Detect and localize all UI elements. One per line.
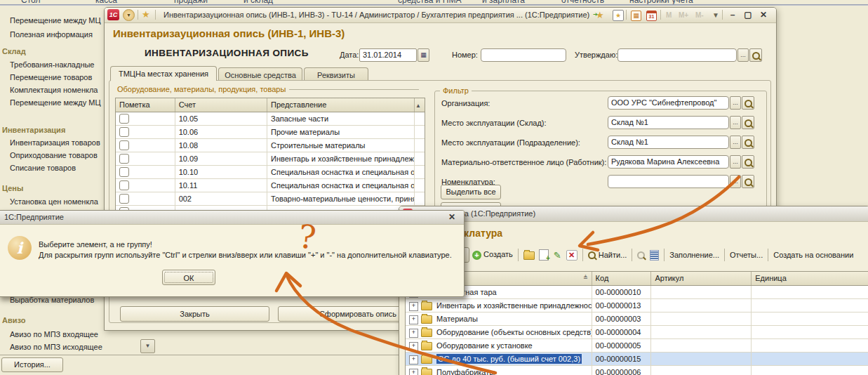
nomenclature-titlebar[interactable]: 1С Номенклатура (1С:Предприятие) [399, 206, 868, 222]
filter-search-button[interactable] [742, 96, 754, 110]
delete-icon[interactable]: ✕ [566, 250, 577, 261]
create-button[interactable]: +Создать [472, 250, 513, 260]
row-checkbox[interactable] [119, 180, 129, 190]
date-input[interactable]: 31.01.2014 [359, 48, 417, 62]
tab-fixed-assets[interactable]: Основные средства [218, 67, 302, 81]
sidebar-item[interactable]: Требования-накладные [10, 60, 95, 69]
add-favorite-icon[interactable]: ★ [596, 10, 604, 20]
create-based-on-button[interactable]: Создать на основании [773, 251, 853, 259]
expand-icon[interactable]: + [409, 342, 418, 351]
row-checkbox[interactable] [119, 140, 129, 150]
row-checkbox[interactable] [119, 154, 129, 164]
filter-ellipsis-button[interactable]: ... [730, 155, 741, 169]
expand-icon[interactable]: + [409, 315, 418, 324]
row-checkbox[interactable] [119, 114, 129, 124]
filter-ellipsis-button[interactable]: ... [730, 96, 741, 110]
list-item-selected[interactable]: +ОС до 40 тыс. руб. (бывший счет 002,3)0… [406, 353, 868, 366]
approver-ellipsis-button[interactable]: ... [737, 48, 749, 62]
list-item[interactable]: +Материалы00-00000003 [406, 312, 868, 326]
approver-search-button[interactable] [749, 48, 762, 62]
list-item[interactable]: +Оборудование к установке00-00000005 [406, 339, 868, 353]
filter-search-button[interactable] [742, 155, 754, 169]
row-checkbox[interactable] [119, 194, 129, 204]
filter-input-responsible[interactable]: Рудякова Марина Алексеевна [608, 155, 729, 169]
filter-search-button[interactable] [742, 116, 754, 129]
ok-button[interactable]: ОК [162, 270, 215, 285]
list-item[interactable]: +Полуфабрикаты00-00000006 [406, 366, 868, 375]
column-header[interactable]: Представление [267, 98, 415, 112]
select-all-button[interactable]: Выделить все [441, 185, 501, 199]
create-group-icon[interactable] [523, 251, 534, 260]
table-row[interactable]: 10.11Специальная оснастка и специальная … [116, 179, 425, 192]
list-settings-icon[interactable] [650, 250, 659, 261]
scroll-up-icon[interactable]: ▲ [415, 98, 425, 112]
table-row[interactable]: 002Товарно-материальные ценности, приня.… [116, 192, 425, 206]
table-row[interactable]: 10.09Инвентарь и хозяйственные принадлеж… [116, 152, 425, 166]
calculator-icon[interactable]: ▦ [631, 11, 641, 21]
close-form-button[interactable]: Закрыть [120, 306, 269, 322]
table-row[interactable]: 10.10Специальная оснастка и специальная … [116, 166, 425, 179]
filter-input-division[interactable]: Склад №1 [608, 136, 729, 149]
sidebar-item[interactable]: Перемещение товаров [10, 73, 92, 81]
tab-tmc-storage[interactable]: ТМЦНа местах хранения [110, 66, 217, 81]
system-menu-icon[interactable]: ▼ [123, 9, 135, 21]
sidebar-item[interactable]: Оприходование товаров [10, 151, 98, 159]
expand-icon[interactable]: + [409, 355, 418, 364]
list-item[interactable]: +Возвратная тара00-00000010 [406, 286, 868, 299]
history-button[interactable]: История... [1, 357, 63, 372]
memory-mminus-button[interactable]: M- [695, 11, 704, 19]
number-input[interactable] [481, 48, 566, 62]
sidebar-item[interactable]: Перемещение между МЦ [10, 98, 101, 107]
memory-mplus-button[interactable]: M+ [679, 11, 688, 19]
column-header[interactable]: Код [592, 272, 652, 285]
sidebar-item[interactable]: Комплектация номенкла [10, 86, 98, 94]
favorites-star-icon[interactable]: ★ [142, 9, 150, 20]
table-row[interactable]: 10.05Запасные части [116, 112, 425, 126]
sidebar-item[interactable]: Перемещение между МЦ [10, 16, 101, 25]
column-header[interactable]: Артикул [651, 272, 752, 285]
sidebar-item[interactable]: Авизо по МПЗ входящее [10, 330, 98, 338]
dialog-titlebar[interactable]: 1С:Предприятие ✕ [0, 211, 464, 225]
expand-icon[interactable]: + [409, 302, 418, 311]
calendar-icon[interactable]: 31 [646, 11, 657, 21]
tab-requisites[interactable]: Реквизиты [304, 67, 368, 81]
list-item[interactable]: +Оборудование (объекты основных средств)… [406, 326, 868, 339]
sidebar-item[interactable]: Списание товаров [10, 164, 76, 172]
filter-ellipsis-button[interactable]: ... [730, 116, 741, 129]
filter-search-button[interactable] [742, 136, 754, 149]
column-header[interactable]: Счет [175, 98, 267, 112]
sidebar-item[interactable]: Полезная информация [10, 30, 93, 39]
favorites-list-icon[interactable]: ★ [613, 10, 624, 21]
table-row[interactable]: 10.08Строительные материалы [116, 139, 425, 152]
row-checkbox[interactable] [119, 167, 129, 177]
reports-menu-button[interactable]: Отчеты... [730, 251, 763, 259]
filter-input-warehouse[interactable]: Склад №1 [608, 116, 729, 129]
sidebar-item[interactable]: Авизо по МПЗ исходящее [10, 343, 102, 351]
maximize-button[interactable]: ▢ [742, 10, 754, 20]
sidebar-dropdown-button[interactable]: ▼ [140, 339, 155, 353]
chevron-down-icon[interactable]: ▼ [712, 11, 719, 19]
find-button[interactable]: Найти... [588, 251, 627, 260]
expand-icon[interactable]: + [409, 329, 418, 338]
column-header[interactable]: Единица [752, 272, 868, 285]
table-row[interactable]: 10.06Прочие материалы [116, 126, 425, 139]
edit-icon[interactable]: ✎ [554, 250, 561, 261]
main-window-titlebar[interactable]: 1С ▼ ★ Инвентаризауционная опись (ИНВ-1,… [105, 8, 776, 23]
fill-menu-button[interactable]: Заполнение... [669, 251, 719, 259]
close-icon[interactable]: ✕ [446, 212, 458, 222]
date-picker-button[interactable]: ▦ [418, 48, 429, 62]
nomenclature-search-button[interactable] [742, 175, 754, 188]
close-button[interactable]: ✕ [757, 10, 770, 20]
row-checkbox[interactable] [119, 127, 129, 137]
column-header[interactable]: Пометка [116, 98, 175, 112]
nomenclature-ellipsis-button[interactable]: ... [730, 175, 741, 188]
approver-input[interactable] [617, 48, 737, 62]
minimize-button[interactable]: – [726, 10, 739, 20]
filter-input-nomenclature[interactable] [608, 175, 729, 188]
memory-m-button[interactable]: M [666, 11, 672, 19]
sidebar-item[interactable]: Установка цен номенкла [10, 197, 98, 206]
expand-icon[interactable]: + [409, 369, 418, 375]
filter-ellipsis-button[interactable]: ... [730, 136, 741, 149]
filter-input-organization[interactable]: ООО УРС "Сибнефтепровод" [608, 96, 729, 110]
sidebar-item[interactable]: Инвентаризация товаров [10, 138, 100, 147]
